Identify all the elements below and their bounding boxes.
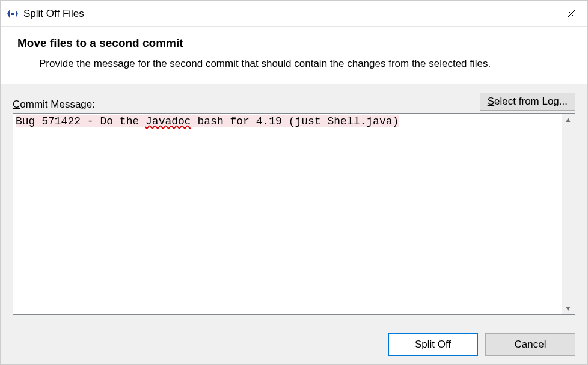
close-button[interactable] (557, 4, 585, 24)
titlebar: Split Off Files (1, 1, 587, 27)
cancel-button[interactable]: Cancel (485, 333, 575, 356)
scroll-down-icon[interactable]: ▼ (565, 305, 572, 312)
dialog-heading: Move files to a second commit (17, 37, 571, 50)
scrollbar[interactable]: ▲ ▼ (562, 114, 575, 314)
dialog-body: Commit Message: Select from Log... Bug 5… (1, 84, 587, 324)
svg-marker-1 (16, 10, 18, 18)
dialog-content: Move files to a second commit Provide th… (1, 27, 587, 365)
split-off-button[interactable]: Split Off (388, 333, 478, 356)
scroll-up-icon[interactable]: ▲ (565, 116, 572, 123)
app-icon (7, 8, 19, 20)
commit-text-segment: Bug 571422 - Do the (16, 115, 145, 127)
dialog-description: Provide the message for the second commi… (39, 56, 571, 72)
commit-message-header-row: Commit Message: Select from Log... (13, 93, 575, 111)
commit-message-input[interactable]: Bug 571422 - Do the Javadoc bash for 4.1… (13, 114, 562, 314)
svg-marker-0 (7, 10, 10, 18)
commit-text-segment: bash for 4.19 (just Shell.java) (191, 115, 399, 127)
select-from-log-button[interactable]: Select from Log... (480, 93, 575, 111)
commit-message-editor-wrap: Bug 571422 - Do the Javadoc bash for 4.1… (13, 113, 575, 315)
commit-text-misspelled: Javadoc (145, 115, 191, 127)
commit-message-label: Commit Message: (13, 99, 95, 111)
window-title: Split Off Files (23, 8, 557, 20)
dialog-header: Move files to a second commit Provide th… (1, 27, 587, 84)
select-from-log-rest: elect from Log... (494, 96, 568, 107)
close-icon (567, 10, 575, 18)
select-from-log-mnemonic: S (488, 96, 494, 107)
svg-rect-2 (11, 13, 14, 15)
dialog-button-row: Split Off Cancel (1, 324, 587, 365)
